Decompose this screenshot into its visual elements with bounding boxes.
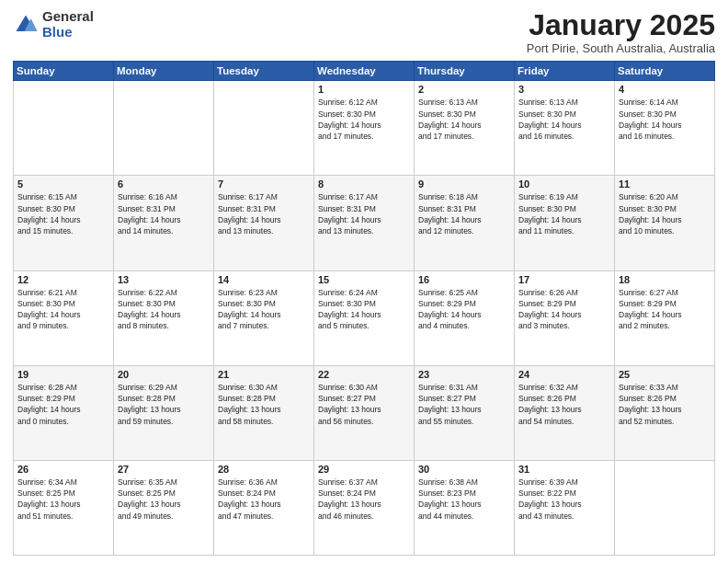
calendar-cell: 26Sunrise: 6:34 AM Sunset: 8:25 PM Dayli… (14, 460, 114, 555)
day-info: Sunrise: 6:21 AM Sunset: 8:30 PM Dayligh… (17, 287, 109, 332)
day-number: 23 (418, 369, 510, 380)
day-info: Sunrise: 6:34 AM Sunset: 8:25 PM Dayligh… (17, 477, 109, 522)
calendar-cell: 8Sunrise: 6:17 AM Sunset: 8:31 PM Daylig… (314, 176, 415, 270)
day-info: Sunrise: 6:33 AM Sunset: 8:26 PM Dayligh… (619, 382, 711, 427)
day-number: 11 (619, 178, 711, 190)
calendar-week-3: 12Sunrise: 6:21 AM Sunset: 8:30 PM Dayli… (14, 270, 715, 365)
calendar-cell: 9Sunrise: 6:18 AM Sunset: 8:31 PM Daylig… (415, 176, 515, 270)
day-info: Sunrise: 6:24 AM Sunset: 8:30 PM Dayligh… (318, 287, 410, 332)
day-info: Sunrise: 6:39 AM Sunset: 8:22 PM Dayligh… (518, 477, 610, 522)
day-number: 9 (418, 178, 510, 190)
day-number: 7 (218, 178, 310, 190)
calendar-cell: 16Sunrise: 6:25 AM Sunset: 8:29 PM Dayli… (415, 270, 515, 365)
day-info: Sunrise: 6:14 AM Sunset: 8:30 PM Dayligh… (619, 97, 711, 142)
day-number: 20 (118, 369, 210, 380)
day-info: Sunrise: 6:20 AM Sunset: 8:30 PM Dayligh… (619, 191, 711, 236)
calendar-week-5: 26Sunrise: 6:34 AM Sunset: 8:25 PM Dayli… (14, 460, 715, 555)
day-number: 28 (218, 464, 310, 475)
calendar-cell: 29Sunrise: 6:37 AM Sunset: 8:24 PM Dayli… (314, 460, 415, 555)
day-info: Sunrise: 6:17 AM Sunset: 8:31 PM Dayligh… (218, 191, 310, 236)
day-info: Sunrise: 6:18 AM Sunset: 8:31 PM Dayligh… (418, 191, 510, 236)
calendar-cell: 5Sunrise: 6:15 AM Sunset: 8:30 PM Daylig… (14, 176, 114, 270)
day-number: 12 (17, 274, 109, 285)
logo-blue: Blue (42, 25, 94, 40)
day-info: Sunrise: 6:35 AM Sunset: 8:25 PM Dayligh… (118, 477, 210, 522)
day-header-sunday: Sunday (14, 62, 114, 81)
day-info: Sunrise: 6:17 AM Sunset: 8:31 PM Dayligh… (318, 191, 410, 236)
day-info: Sunrise: 6:36 AM Sunset: 8:24 PM Dayligh… (218, 477, 310, 522)
day-info: Sunrise: 6:22 AM Sunset: 8:30 PM Dayligh… (118, 287, 210, 332)
calendar-cell: 31Sunrise: 6:39 AM Sunset: 8:22 PM Dayli… (515, 460, 615, 555)
page: General Blue January 2025 Port Pirie, So… (0, 0, 728, 563)
day-header-monday: Monday (114, 62, 214, 81)
logo: General Blue (13, 9, 94, 40)
day-info: Sunrise: 6:23 AM Sunset: 8:30 PM Dayligh… (218, 287, 310, 332)
day-info: Sunrise: 6:15 AM Sunset: 8:30 PM Dayligh… (17, 191, 109, 236)
calendar-cell: 28Sunrise: 6:36 AM Sunset: 8:24 PM Dayli… (214, 460, 314, 555)
calendar-cell: 17Sunrise: 6:26 AM Sunset: 8:29 PM Dayli… (515, 270, 615, 365)
calendar-cell: 20Sunrise: 6:29 AM Sunset: 8:28 PM Dayli… (114, 365, 214, 460)
day-number: 27 (118, 464, 210, 475)
day-number: 14 (218, 274, 310, 285)
day-header-wednesday: Wednesday (314, 62, 415, 81)
day-header-thursday: Thursday (415, 62, 515, 81)
day-number: 6 (118, 178, 210, 190)
day-info: Sunrise: 6:32 AM Sunset: 8:26 PM Dayligh… (518, 382, 610, 427)
day-info: Sunrise: 6:30 AM Sunset: 8:27 PM Dayligh… (318, 382, 410, 427)
day-number: 8 (318, 178, 410, 190)
logo-general: General (42, 9, 94, 25)
title-block: January 2025 Port Pirie, South Australia… (527, 9, 715, 55)
calendar-cell: 15Sunrise: 6:24 AM Sunset: 8:30 PM Dayli… (314, 270, 415, 365)
calendar-cell: 21Sunrise: 6:30 AM Sunset: 8:28 PM Dayli… (214, 365, 314, 460)
day-number: 31 (518, 464, 610, 475)
day-info: Sunrise: 6:16 AM Sunset: 8:31 PM Dayligh… (118, 191, 210, 236)
day-number: 2 (418, 84, 510, 95)
calendar-cell: 18Sunrise: 6:27 AM Sunset: 8:29 PM Dayli… (615, 270, 715, 365)
day-number: 3 (518, 84, 610, 95)
calendar-cell: 3Sunrise: 6:13 AM Sunset: 8:30 PM Daylig… (515, 81, 615, 176)
day-number: 4 (619, 84, 711, 95)
day-header-saturday: Saturday (615, 62, 715, 81)
calendar-cell: 25Sunrise: 6:33 AM Sunset: 8:26 PM Dayli… (615, 365, 715, 460)
day-info: Sunrise: 6:29 AM Sunset: 8:28 PM Dayligh… (118, 382, 210, 427)
day-info: Sunrise: 6:38 AM Sunset: 8:23 PM Dayligh… (418, 477, 510, 522)
logo-text: General Blue (42, 9, 94, 40)
subtitle: Port Pirie, South Australia, Australia (527, 41, 715, 55)
calendar-cell (214, 81, 314, 176)
day-number: 26 (17, 464, 109, 475)
calendar-cell: 13Sunrise: 6:22 AM Sunset: 8:30 PM Dayli… (114, 270, 214, 365)
logo-icon (13, 12, 39, 38)
calendar-cell: 22Sunrise: 6:30 AM Sunset: 8:27 PM Dayli… (314, 365, 415, 460)
calendar-cell: 14Sunrise: 6:23 AM Sunset: 8:30 PM Dayli… (214, 270, 314, 365)
day-info: Sunrise: 6:12 AM Sunset: 8:30 PM Dayligh… (318, 97, 410, 142)
day-number: 13 (118, 274, 210, 285)
calendar-week-2: 5Sunrise: 6:15 AM Sunset: 8:30 PM Daylig… (14, 176, 715, 270)
day-info: Sunrise: 6:28 AM Sunset: 8:29 PM Dayligh… (17, 382, 109, 427)
calendar-header-row: SundayMondayTuesdayWednesdayThursdayFrid… (14, 62, 715, 81)
calendar-table: SundayMondayTuesdayWednesdayThursdayFrid… (13, 61, 715, 556)
day-info: Sunrise: 6:19 AM Sunset: 8:30 PM Dayligh… (518, 191, 610, 236)
calendar-week-1: 1Sunrise: 6:12 AM Sunset: 8:30 PM Daylig… (14, 81, 715, 176)
day-header-tuesday: Tuesday (214, 62, 314, 81)
calendar-cell: 2Sunrise: 6:13 AM Sunset: 8:30 PM Daylig… (415, 81, 515, 176)
calendar-cell: 19Sunrise: 6:28 AM Sunset: 8:29 PM Dayli… (14, 365, 114, 460)
day-number: 17 (518, 274, 610, 285)
day-number: 10 (518, 178, 610, 190)
calendar-cell (114, 81, 214, 176)
day-number: 15 (318, 274, 410, 285)
day-info: Sunrise: 6:37 AM Sunset: 8:24 PM Dayligh… (318, 477, 410, 522)
calendar-cell: 7Sunrise: 6:17 AM Sunset: 8:31 PM Daylig… (214, 176, 314, 270)
day-number: 16 (418, 274, 510, 285)
calendar-cell: 30Sunrise: 6:38 AM Sunset: 8:23 PM Dayli… (415, 460, 515, 555)
day-info: Sunrise: 6:27 AM Sunset: 8:29 PM Dayligh… (619, 287, 711, 332)
day-info: Sunrise: 6:31 AM Sunset: 8:27 PM Dayligh… (418, 382, 510, 427)
day-info: Sunrise: 6:30 AM Sunset: 8:28 PM Dayligh… (218, 382, 310, 427)
calendar-cell: 11Sunrise: 6:20 AM Sunset: 8:30 PM Dayli… (615, 176, 715, 270)
calendar-cell: 27Sunrise: 6:35 AM Sunset: 8:25 PM Dayli… (114, 460, 214, 555)
day-number: 29 (318, 464, 410, 475)
calendar-cell (14, 81, 114, 176)
day-number: 24 (518, 369, 610, 380)
day-info: Sunrise: 6:13 AM Sunset: 8:30 PM Dayligh… (418, 97, 510, 142)
calendar-week-4: 19Sunrise: 6:28 AM Sunset: 8:29 PM Dayli… (14, 365, 715, 460)
day-header-friday: Friday (515, 62, 615, 81)
